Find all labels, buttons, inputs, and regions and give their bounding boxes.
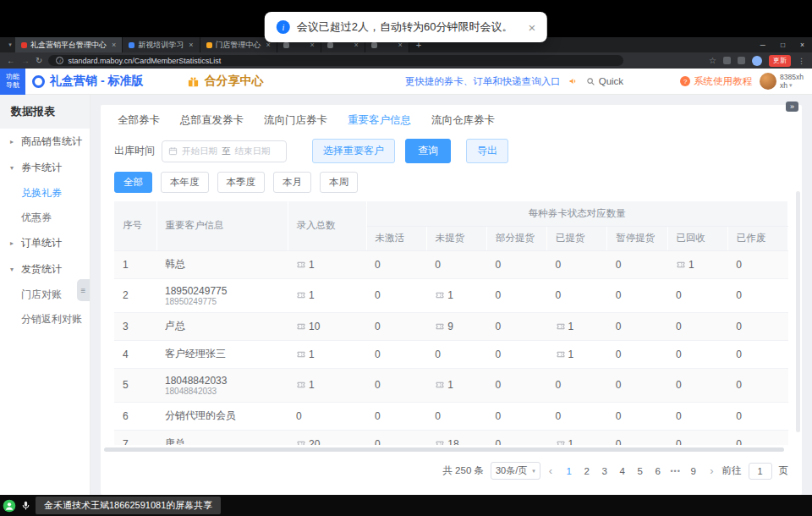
coupon-icon	[435, 321, 445, 332]
info-icon: i	[277, 20, 290, 34]
extension-icon[interactable]	[738, 57, 745, 64]
share-center-link[interactable]: 合分享中心	[187, 74, 263, 89]
customer-cell: 韩总	[156, 250, 288, 278]
count-cell: 0	[667, 430, 727, 445]
browser-tab[interactable]: 礼盒营销平台管理中心 ×	[15, 37, 123, 52]
bookmark-star-icon[interactable]: ☆	[709, 57, 716, 65]
tab-close-icon[interactable]: ×	[112, 41, 116, 49]
sidebar-item-label: 订单统计	[21, 236, 62, 250]
function-nav-toggle[interactable]: 功能 导航	[0, 69, 25, 95]
sidebar-item-coupon-card-stats[interactable]: ▾ 券卡统计	[0, 155, 90, 181]
count-cell[interactable]: 1	[288, 250, 366, 278]
goto-page-input[interactable]	[749, 463, 772, 480]
reload-icon[interactable]: ↻	[36, 57, 42, 65]
export-button[interactable]: 导出	[466, 139, 508, 163]
brand-logo[interactable]: 礼盒营销 - 标准版	[32, 74, 143, 89]
count-cell[interactable]: 1	[426, 368, 486, 402]
horizontal-scrollbar[interactable]	[101, 447, 802, 453]
screen-share-bar: 金禾通技术王斌18662591081的屏幕共享	[0, 495, 812, 516]
page-number[interactable]: 2	[579, 464, 595, 478]
count-cell[interactable]: 1	[547, 312, 607, 340]
select-important-customer-button[interactable]: 选择重要客户	[312, 139, 395, 163]
browser-menu-icon[interactable]: ⋮	[798, 57, 805, 65]
extension-icon[interactable]	[723, 57, 731, 64]
window-maximize-button[interactable]: □	[773, 37, 793, 52]
back-icon[interactable]: ←	[7, 57, 15, 65]
count-cell[interactable]: 1	[288, 340, 366, 368]
tutorial-link[interactable]: ? 系统使用教程	[680, 75, 752, 88]
count-cell[interactable]: 18	[426, 430, 486, 445]
page-number[interactable]: 5	[632, 464, 648, 478]
page-ellipsis[interactable]: •••	[667, 465, 683, 477]
scrollbar-thumb[interactable]	[104, 447, 784, 452]
coupon-icon	[435, 290, 445, 300]
tab-favicon	[327, 42, 333, 48]
search-button[interactable]: 查询	[405, 139, 451, 163]
collapse-panel-button[interactable]: »	[786, 102, 798, 112]
content-tab-bar: 全部券卡总部直发券卡流向门店券卡重要客户信息流向仓库券卡	[114, 105, 788, 134]
content-tab[interactable]: 流向门店券卡	[264, 113, 327, 128]
microphone-icon[interactable]	[20, 500, 31, 511]
count-cell[interactable]: 1	[288, 368, 366, 402]
quick-search[interactable]: Quick	[586, 76, 623, 86]
content-tab[interactable]: 流向仓库券卡	[431, 113, 495, 128]
tab-search-icon[interactable]: ▾	[5, 37, 15, 52]
count-cell[interactable]: 1	[547, 340, 607, 368]
tab-close-icon[interactable]: ×	[189, 41, 193, 49]
sidebar-item-shipping-stats[interactable]: ▾ 发货统计	[0, 256, 90, 283]
browser-tab[interactable]: 新视培训学习 ×	[123, 37, 200, 52]
quick-filter-button[interactable]: 本月	[273, 172, 311, 193]
sidebar-item-discount-coupon[interactable]: 优惠券	[0, 206, 90, 230]
user-menu[interactable]: 8385xh xh ▾	[760, 73, 804, 90]
close-icon[interactable]: ×	[528, 20, 535, 35]
page-number[interactable]: 1	[561, 464, 577, 478]
sidebar-item-exchange-coupon[interactable]: 兑换礼券	[0, 181, 90, 206]
site-info-icon[interactable]: i	[56, 57, 63, 64]
quick-filter-button[interactable]: 全部	[114, 172, 152, 193]
quick-filter-button[interactable]: 本年度	[161, 172, 209, 193]
count-cell[interactable]: 20	[288, 430, 366, 445]
vertical-scrollbar[interactable]	[796, 191, 800, 432]
brand-name: 礼盒营销 - 标准版	[50, 74, 143, 89]
total-count: 共 250 条	[442, 464, 484, 477]
next-page-button[interactable]: ›	[708, 464, 715, 477]
browser-profile-avatar[interactable]	[752, 56, 762, 66]
count-cell[interactable]: 1	[667, 250, 727, 278]
window-close-button[interactable]: ×	[793, 37, 812, 52]
page-number[interactable]: 4	[614, 464, 630, 478]
count-cell[interactable]: 1	[426, 278, 486, 312]
table-row: 5180488420331804884203310100000	[114, 368, 788, 402]
count-cell: 0	[607, 402, 667, 430]
content-tab[interactable]: 重要客户信息	[348, 113, 411, 128]
sidebar-item-label: 商品销售统计	[21, 134, 82, 149]
forward-icon[interactable]: →	[21, 57, 30, 65]
coupon-icon	[296, 439, 306, 446]
page-size-select[interactable]: 30条/页 ▾	[491, 462, 540, 480]
quick-filter-button[interactable]: 本周	[320, 172, 358, 193]
share-center-label: 合分享中心	[204, 74, 263, 89]
page-number[interactable]: 9	[685, 464, 701, 478]
content-tab[interactable]: 总部直发券卡	[180, 113, 244, 128]
page-number[interactable]: 6	[650, 464, 666, 478]
chevron-down-icon: ▾	[789, 82, 793, 89]
sidebar-item-distribution-rebate[interactable]: 分销返利对账	[0, 307, 90, 332]
promo-link[interactable]: 更快捷的券卡、订单和快递查询入口	[405, 75, 561, 88]
tab-title: 新视培训学习	[138, 40, 184, 51]
count-cell[interactable]: 10	[288, 312, 366, 340]
sidebar-item-order-stats[interactable]: ▸ 订单统计	[0, 230, 90, 256]
page-number[interactable]: 3	[596, 464, 612, 478]
count-cell[interactable]: 1	[288, 278, 366, 312]
column-header-customer: 重要客户信息	[156, 201, 288, 250]
quick-filter-button[interactable]: 本季度	[217, 172, 266, 193]
prev-page-button[interactable]: ‹	[547, 464, 554, 477]
sidebar-item-goods-sales-stats[interactable]: ▸ 商品销售统计	[0, 129, 90, 155]
content-tab[interactable]: 全部券卡	[118, 113, 160, 128]
count-cell[interactable]: 1	[547, 430, 607, 445]
window-minimize-button[interactable]: ─	[753, 37, 773, 52]
date-range-input[interactable]: 开始日期 至 结束日期	[162, 140, 287, 162]
sidebar-collapse-handle[interactable]: ≡	[77, 279, 90, 301]
address-bar-actions: ☆ 更新 ⋮	[709, 55, 805, 67]
address-input[interactable]: i standard.maboy.cn/CardMemberStatistics…	[48, 55, 623, 66]
browser-update-button[interactable]: 更新	[769, 55, 791, 67]
count-cell[interactable]: 9	[426, 312, 486, 340]
